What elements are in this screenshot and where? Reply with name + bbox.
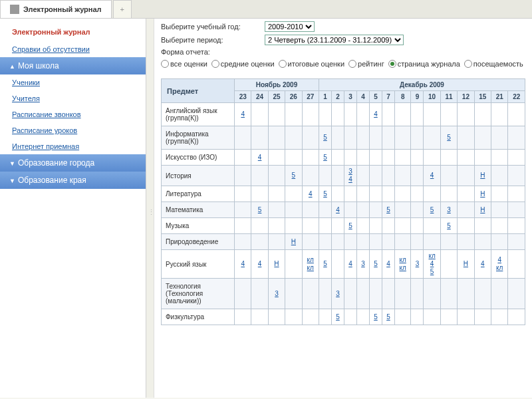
grade-link[interactable]: 4 [386,260,391,268]
period-select[interactable]: 2 Четверть (23.11.2009 - 31.12.2009) [265,35,404,45]
grade-link[interactable]: кл [398,264,407,272]
grade-link[interactable]: 5 [386,313,391,321]
grade-link[interactable]: 3 [360,260,366,268]
grade-link[interactable]: 3 [414,260,420,268]
grade-link[interactable]: 5 [373,260,378,268]
grade-link[interactable]: 5 [289,172,298,180]
grade-cell: 4 [474,250,491,279]
report-option[interactable]: рейтинг [348,60,384,68]
grade-link[interactable]: 5 [323,190,328,198]
day-header: 2 [331,91,344,103]
grade-link[interactable]: кл [495,264,504,272]
grade-link[interactable]: 3 [348,168,353,176]
section-my-school[interactable]: ▲Моя школа [0,57,146,74]
grade-cell [394,103,410,126]
grade-cell [331,150,344,166]
period-label: Выберите период: [161,36,261,44]
grade-link[interactable]: 4 [255,154,264,162]
tab-add[interactable]: + [113,0,132,18]
grade-link[interactable]: 5 [348,222,353,230]
grade-link[interactable]: кл [398,256,407,264]
grade-cell [411,234,424,250]
grade-link[interactable]: 4 [306,190,315,198]
grade-link[interactable]: 3 [272,290,281,298]
grade-cell [508,126,525,150]
grade-link[interactable]: 5 [373,313,378,321]
grade-link[interactable]: 4 [238,260,247,268]
grade-link[interactable]: кл [306,256,315,264]
day-header: 7 [382,91,394,103]
grade-cell [268,202,285,218]
grade-link[interactable]: 5 [323,154,328,162]
grade-link[interactable]: 4 [427,172,436,180]
grade-link[interactable]: 4 [348,260,353,268]
link-absence[interactable]: Справки об отсутствии [0,41,146,57]
grade-cell [369,234,382,250]
grade-link[interactable]: 4 [495,256,504,264]
grade-link[interactable]: 4 [348,176,353,184]
report-option[interactable]: страница журнала [388,60,460,68]
grade-link[interactable]: Н [272,260,281,268]
grade-cell: 3 [268,279,285,309]
grade-link[interactable]: 5 [323,260,328,268]
grade-link[interactable]: 3 [444,206,454,214]
grade-link[interactable]: Н [478,172,487,180]
month-header: Декабрь 2009 [319,79,525,91]
grade-cell [235,126,251,150]
subject-cell: История [162,166,235,186]
report-option[interactable]: все оценки [161,60,207,68]
grade-cell [285,279,302,309]
grade-cell: 5 [382,309,394,325]
radio-icon [464,60,472,68]
grade-link[interactable]: 3 [335,290,340,298]
grade-cell: 5 [344,218,356,234]
sidebar-link[interactable]: Интернет приемная [0,138,146,154]
grade-cell [394,234,410,250]
grade-cell [344,309,356,325]
grade-link[interactable]: 4 [427,260,436,268]
section-city[interactable]: ▼Образование города [0,154,146,172]
day-header: 10 [424,91,440,103]
sidebar-link[interactable]: Расписание звонков [0,106,146,122]
grade-cell [331,250,344,279]
grade-link[interactable]: 4 [478,260,487,268]
sidebar-link[interactable]: Ученики [0,74,146,90]
grade-link[interactable]: кл [427,252,436,260]
grade-cell [331,126,344,150]
subject-cell: Физкультура [162,309,235,325]
grade-link[interactable]: 4 [373,110,378,118]
grade-cell [356,202,369,218]
grade-link[interactable]: 5 [427,206,436,214]
grade-cell [285,150,302,166]
grade-link[interactable]: 5 [427,268,436,276]
grade-link[interactable]: 5 [335,313,340,321]
splitter[interactable] [146,19,154,398]
grade-link[interactable]: Н [289,238,298,246]
grade-link[interactable]: 5 [323,134,328,142]
tab-journal[interactable]: Электронный журнал [0,0,112,18]
add-icon: + [120,5,124,13]
report-option[interactable]: средние оценки [211,60,275,68]
grade-link[interactable]: 4 [238,110,247,118]
report-option[interactable]: посещаемость [464,60,523,68]
grade-link[interactable]: 5 [255,206,264,214]
grade-link[interactable]: 4 [255,260,264,268]
grade-link[interactable]: Н [461,260,470,268]
grade-link[interactable]: 4 [335,206,340,214]
grade-link[interactable]: 5 [444,134,454,142]
grade-cell [285,309,302,325]
grade-link[interactable]: кл [306,264,315,272]
year-select[interactable]: 2009-2010 [265,21,315,32]
grade-cell [331,166,344,186]
day-header: 4 [356,91,369,103]
grade-link[interactable]: Н [478,206,487,214]
sidebar-link[interactable]: Расписание уроков [0,122,146,138]
grade-link[interactable]: 5 [444,222,454,230]
grade-cell [440,103,457,126]
sidebar-link[interactable]: Учителя [0,90,146,106]
section-region[interactable]: ▼Образование края [0,172,146,189]
grade-link[interactable]: 5 [386,206,391,214]
grade-link[interactable]: Н [478,190,487,198]
subject-cell: Литература [162,186,235,202]
report-option[interactable]: итоговые оценки [279,60,344,68]
